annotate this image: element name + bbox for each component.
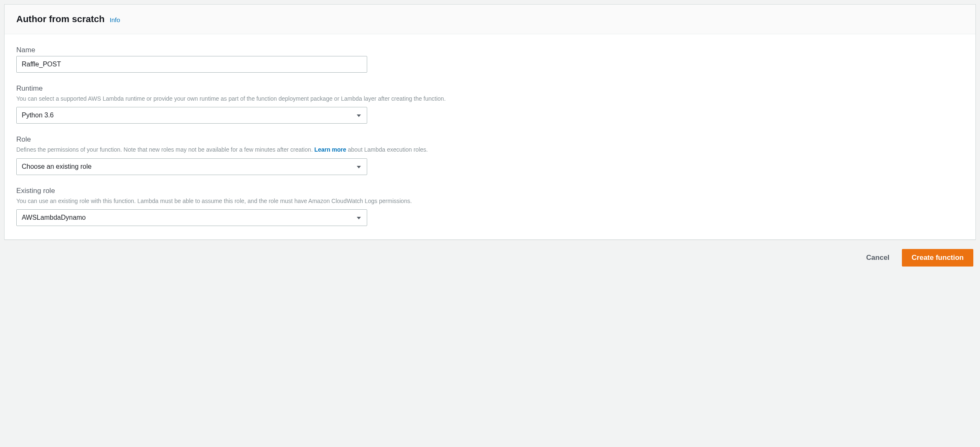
existing-role-select-wrap: AWSLambdaDynamo [16,209,367,226]
role-hint: Defines the permissions of your function… [16,145,494,154]
info-link[interactable]: Info [109,16,120,23]
learn-more-link[interactable]: Learn more [315,146,346,153]
existing-role-hint: You can use an existing role with this f… [16,197,494,205]
name-label: Name [16,46,494,54]
panel-header: Author from scratch Info [5,5,975,34]
runtime-select-wrap: Python 3.6 [16,107,367,124]
author-panel: Author from scratch Info Name Runtime Yo… [4,4,976,240]
role-group: Role Defines the permissions of your fun… [16,135,494,175]
runtime-hint: You can select a supported AWS Lambda ru… [16,94,494,103]
actions-bar: Cancel Create function [4,240,976,269]
role-label: Role [16,135,494,144]
name-group: Name [16,46,494,73]
panel-body: Name Runtime You can select a supported … [5,34,506,239]
existing-role-group: Existing role You can use an existing ro… [16,187,494,226]
panel-title: Author from scratch [16,14,104,25]
existing-role-select[interactable]: AWSLambdaDynamo [16,209,367,226]
role-hint-after: about Lambda execution roles. [346,146,428,153]
cancel-button[interactable]: Cancel [861,249,895,266]
role-hint-before: Defines the permissions of your function… [16,146,315,153]
existing-role-label: Existing role [16,187,494,195]
runtime-label: Runtime [16,84,494,93]
role-select-wrap: Choose an existing role [16,158,367,175]
runtime-group: Runtime You can select a supported AWS L… [16,84,494,124]
name-input[interactable] [16,56,367,73]
create-function-button[interactable]: Create function [902,249,973,267]
runtime-select[interactable]: Python 3.6 [16,107,367,124]
role-select[interactable]: Choose an existing role [16,158,367,175]
